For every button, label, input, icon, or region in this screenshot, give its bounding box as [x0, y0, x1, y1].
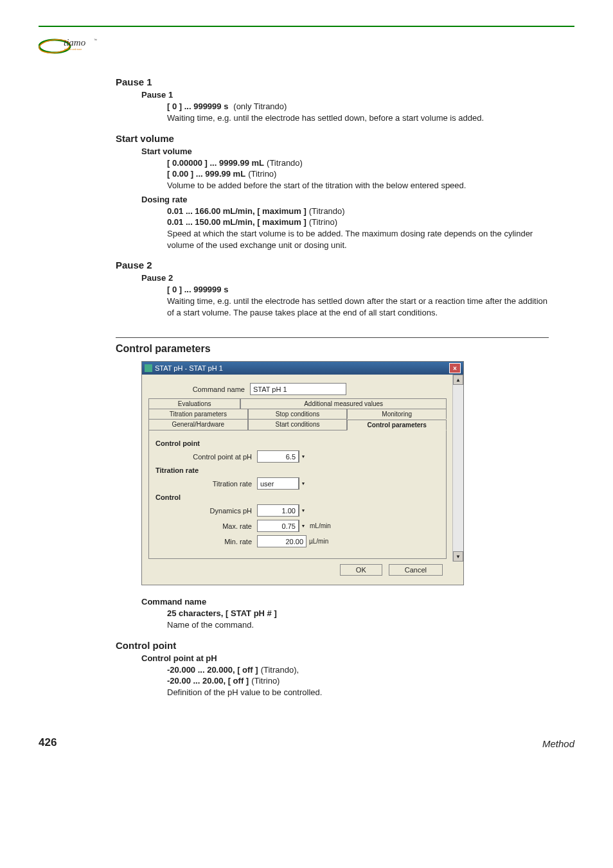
- logo-swoosh-icon: tiamo ™ titration and more: [39, 33, 109, 56]
- input-command-name[interactable]: STAT pH 1: [250, 383, 346, 395]
- page-number: 426: [39, 736, 57, 749]
- select-titration-rate[interactable]: user: [257, 477, 299, 490]
- note-cp1: (Titrando),: [261, 665, 299, 675]
- range-cp2: -20.00 ... 20.00, [ off ]: [167, 676, 249, 686]
- main-content: Pause 1 Pause 1 [ 0 ] ... 999999 s (only…: [116, 76, 549, 698]
- desc-pause2: Waiting time, e.g. until the electrode h…: [167, 296, 549, 318]
- input-dynamics[interactable]: 1.00: [257, 504, 299, 517]
- heading-pause2: Pause 2: [116, 260, 549, 270]
- input-control-point[interactable]: 6.5: [257, 450, 299, 463]
- group-control: Control: [155, 493, 440, 501]
- unit-min-rate: µL/min: [309, 538, 328, 545]
- tab-titration-parameters[interactable]: Titration parameters: [148, 409, 248, 419]
- label-dynamics: Dynamics pH: [155, 507, 257, 515]
- logo: tiamo ™ titration and more: [39, 31, 574, 67]
- label-command-name: Command name: [148, 385, 250, 393]
- range-sv2: [ 0.00 ] ... 999.99 mL: [167, 169, 245, 179]
- svg-text:tiamo: tiamo: [64, 37, 86, 48]
- note-sv2: (Titrino): [248, 169, 276, 179]
- desc-sv: Volume to be added before the start of t…: [167, 180, 549, 191]
- svg-text:™: ™: [94, 38, 97, 42]
- param-dosingrate: Dosing rate: [141, 195, 549, 204]
- scroll-up-icon[interactable]: ▲: [453, 375, 463, 385]
- desc-cmdname: Name of the command.: [167, 619, 549, 631]
- input-min-rate[interactable]: 20.00: [257, 535, 306, 547]
- range-dr1: 0.01 ... 166.00 mL/min, [ maximum ]: [167, 206, 306, 216]
- param-startvolume: Start volume: [141, 146, 549, 156]
- unit-max-rate: mL/min: [310, 522, 331, 529]
- heading-pause1: Pause 1: [116, 76, 549, 87]
- heading-control-point: Control point: [116, 640, 549, 651]
- note-cp2: (Titrino): [251, 676, 280, 686]
- note-sv1: (Titrando): [267, 158, 303, 168]
- note-pause1: (only Titrando): [233, 102, 287, 111]
- app-icon: [145, 364, 152, 372]
- param-pause1: Pause 1: [141, 90, 549, 100]
- tab-panel: Control point Control point at pH 6.5 ▼ …: [148, 430, 447, 559]
- label-control-point: Control point at pH: [155, 453, 257, 461]
- range-cp1: -20.000 ... 20.000, [ off ]: [167, 665, 258, 675]
- range-pause1: [ 0 ] ... 999999 s: [167, 102, 228, 111]
- param-commandname: Command name: [141, 597, 549, 607]
- desc-pause1: Waiting time, e.g. until the electrode h…: [167, 112, 549, 124]
- chevron-down-icon[interactable]: ▼: [299, 477, 307, 490]
- tab-control-parameters[interactable]: Control parameters: [347, 420, 447, 430]
- chevron-down-icon[interactable]: ▼: [299, 450, 307, 463]
- tab-monitoring[interactable]: Monitoring: [347, 409, 447, 419]
- label-titration-rate: Titration rate: [155, 480, 257, 488]
- svg-text:titration and more: titration and more: [64, 48, 82, 51]
- chevron-down-icon[interactable]: ▼: [299, 520, 307, 532]
- desc-cpoint: Definition of the pH value to be control…: [167, 687, 549, 698]
- dialog-titlebar: STAT pH - STAT pH 1 ×: [142, 362, 463, 375]
- footer-section: Method: [542, 738, 574, 749]
- svg-rect-5: [145, 364, 152, 372]
- range-dr2: 0.01 ... 150.00 mL/min, [ maximum ]: [167, 217, 306, 227]
- heading-control-parameters: Control parameters: [116, 343, 549, 355]
- tab-start-conditions[interactable]: Start conditions: [248, 419, 348, 430]
- cancel-button[interactable]: Cancel: [389, 564, 443, 576]
- range-pause2: [ 0 ] ... 999999 s: [167, 285, 228, 294]
- scroll-down-icon[interactable]: ▼: [453, 551, 463, 562]
- section-rule: [116, 337, 549, 338]
- tab-general-hardware[interactable]: General/Hardware: [148, 419, 248, 430]
- param-pause2: Pause 2: [141, 273, 549, 283]
- chevron-down-icon[interactable]: ▼: [299, 504, 307, 517]
- desc-dr: Speed at which the start volume is to be…: [167, 228, 549, 251]
- note-dr1: (Titrando): [309, 206, 345, 216]
- close-button[interactable]: ×: [449, 363, 461, 373]
- range-sv1: [ 0.00000 ] ... 9999.99 mL: [167, 158, 264, 168]
- header-rule: [39, 26, 574, 27]
- label-min-rate: Min. rate: [155, 538, 257, 545]
- heading-startvol: Start volume: [116, 133, 549, 144]
- dialog-stat-ph: STAT pH - STAT pH 1 × ▲ ▼ Command name S…: [141, 361, 464, 585]
- group-control-point: Control point: [155, 439, 440, 447]
- note-dr2: (Titrino): [309, 217, 337, 227]
- ok-button[interactable]: OK: [340, 564, 382, 576]
- dialog-title: STAT pH - STAT pH 1: [155, 364, 223, 372]
- input-max-rate[interactable]: 0.75: [257, 520, 299, 532]
- range-cmdname: 25 characters, [ STAT pH # ]: [167, 608, 277, 618]
- tab-stop-conditions[interactable]: Stop conditions: [248, 409, 348, 419]
- tab-additional-values[interactable]: Additional measured values: [240, 398, 447, 409]
- scrollbar[interactable]: ▲ ▼: [452, 375, 463, 562]
- group-titration-rate: Titration rate: [155, 466, 440, 474]
- tab-evaluations[interactable]: Evaluations: [148, 398, 240, 409]
- label-max-rate: Max. rate: [155, 522, 257, 530]
- param-cpoint: Control point at pH: [141, 653, 549, 663]
- footer: 426 Method: [39, 736, 574, 749]
